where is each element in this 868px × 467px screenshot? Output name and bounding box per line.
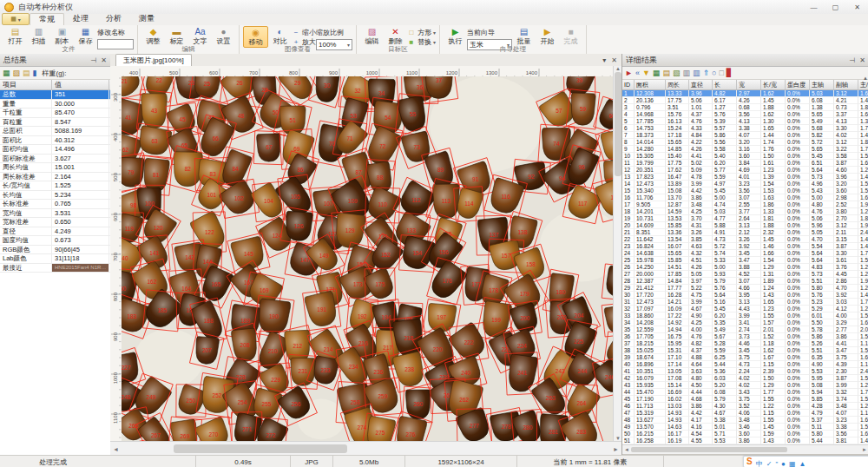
summary-col-item[interactable]: 项目 [0,80,52,89]
printer-blue-icon[interactable]: ▥ [693,69,700,77]
ime-tool-icon[interactable]: ▲ [799,460,806,467]
chevron-down-icon[interactable]: ▾ [433,39,436,45]
tab-menu-icon[interactable]: ▾ [602,56,606,64]
detail-row[interactable]: 3112.47314.213.995.163.131.650.0%5.233.0… [622,299,868,306]
扫描-button[interactable]: ▥扫描 [27,26,50,46]
detail-row[interactable]: 2515.97815.854.515.333.471.540.0%5.643.6… [622,257,868,264]
detail-row[interactable]: 1317.82316.474.785.594.011.390.0%5.733.9… [622,174,868,181]
detail-row[interactable]: 4715.31914.934.424.674.061.150.0%4.794.0… [622,410,868,417]
ime-tool-icon[interactable]: ● [781,460,786,467]
scroll-right-icon[interactable]: ► [610,446,621,452]
tab-close-icon[interactable]: ✕ [611,56,617,64]
summary-row[interactable]: 长/宽均值1.525 [0,181,110,191]
detail-row[interactable]: 4913.57014.634.165.013.461.450.0%5.113.3… [622,424,868,431]
detail-row[interactable]: 1814.20114.594.255.033.771.330.0%4.763.8… [622,208,868,215]
detail-row[interactable]: 5016.21516.174.545.713.601.590.0%5.803.5… [622,431,868,437]
detail-col-header[interactable]: 长/宽 [761,80,786,89]
缩小-button[interactable]: −缩小 [292,28,316,36]
ribbon-tab-1[interactable]: 常规 [30,13,64,25]
detail-row[interactable]: 1015.30515.404.415.403.601.500.0%5.453.5… [622,153,868,160]
detail-row[interactable]: 2921.41217.775.225.764.661.240.0%5.804.7… [622,285,868,292]
detail-row[interactable]: 220.13617.755.066.174.261.450.0%6.084.21… [622,97,868,104]
upload-icon[interactable]: ⇑ [702,69,709,77]
horizontal-scrollbar[interactable]: ◄ ► [110,441,621,456]
summary-row[interactable]: 周长标准差2.164 [0,173,110,182]
summary-row[interactable]: 总面积5088.169 [0,127,110,136]
detail-row[interactable]: 4016.89617.144.645.444.731.150.0%4.904.3… [622,361,868,368]
detail-row[interactable]: 2614.25014.514.265.003.881.290.0%4.833.7… [622,264,868,271]
detail-row[interactable]: 3918.67417.104.886.253.751.670.0%6.353.7… [622,354,868,361]
detail-row[interactable]: 2014.60915.854.315.883.131.880.0%5.963.1… [622,222,868,229]
summary-row[interactable]: 周长均值15.001 [0,163,110,173]
close-icon[interactable]: ✕ [859,56,865,64]
detail-col-header[interactable]: 宽 [737,80,761,89]
detail-col-header[interactable]: 面积 [635,80,666,89]
detail-row[interactable]: 30.7963.511.011.270.681.880.0%1.380.731.… [622,104,868,111]
detail-hscrollbar[interactable]: ◄ ► [622,444,868,454]
close-button[interactable]: ✕ [846,0,868,14]
summary-row[interactable]: 总数351 [0,90,110,100]
summary-row[interactable]: 千粒重85.470 [0,109,110,118]
chevron-down-icon[interactable]: ▾ [433,30,436,36]
detail-hscroll-thumb[interactable] [631,447,787,452]
detail-row[interactable]: 4415.47016.694.446.083.431.770.0%5.943.3… [622,389,868,396]
edit-icon[interactable]: ▨ [13,69,21,77]
ribbon-tab-4[interactable]: 测量 [130,13,163,24]
scroll-left-icon[interactable]: ◄ [110,446,122,452]
detail-row[interactable]: 112.30813.333.964.822.971.620.0%5.033.12… [622,90,868,97]
detail-row[interactable]: 4110.35113.053.635.362.242.390.0%5.532.3… [622,368,868,375]
printer-icon[interactable]: ▥ [682,69,690,77]
detail-row[interactable]: 3718.21515.954.825.284.461.180.0%5.264.4… [622,340,868,347]
undo-icon[interactable]: « [635,69,640,77]
detail-row[interactable]: 4611.71313.033.864.303.521.220.0%4.283.4… [622,403,868,410]
summary-row[interactable]: 宽均值3.531 [0,209,110,219]
detail-row[interactable]: 1412.47313.893.994.973.231.540.0%4.963.2… [622,181,868,187]
保存-button[interactable]: ▦保存 [74,26,97,46]
summary-row[interactable]: 宽标准差0.650 [0,218,110,227]
detail-col-header[interactable]: 直径 [689,80,713,89]
开始-button[interactable]: ▶开始 [536,26,559,46]
summary-col-value[interactable]: 值 [52,80,109,89]
app-menu-button[interactable]: ▦ ▾ [2,13,30,25]
detail-row[interactable]: 2812.38714.843.975.793.071.890.0%5.512.8… [622,278,868,285]
hscroll-thumb[interactable] [174,444,347,453]
detail-col-header[interactable]: 副轴 [834,80,858,89]
执行-button[interactable]: ▶执行 [444,26,467,46]
vscroll-thumb[interactable] [615,72,621,176]
detail-row[interactable]: 5116.25816.194.555.533.861.430.0%5.443.8… [622,437,868,444]
文字-button[interactable]: Aa文字 [188,26,212,46]
pin-icon[interactable]: ⊤ [89,57,97,63]
detail-row[interactable]: 179.50512.873.484.742.551.860.0%4.802.52… [622,201,868,208]
summary-row[interactable]: Lab颜色31|11|18 [0,254,110,264]
excel-icon[interactable]: ▦ [653,69,661,77]
detail-row[interactable]: 3017.72016.284.755.643.951.430.0%5.763.9… [622,292,868,299]
magnifier-icon[interactable]: ○ [712,69,716,77]
detail-col-header[interactable]: 主轴 [810,80,834,89]
detail-row[interactable]: 4517.19016.024.685.793.751.550.0%5.853.7… [622,396,868,403]
summary-row[interactable]: 长均值5.234 [0,191,110,201]
detail-row[interactable]: 1515.34015.084.425.453.561.530.0%5.433.6… [622,187,868,194]
设置-button[interactable]: ●设置 [212,26,235,46]
detail-row[interactable]: 3617.70516.754.765.673.731.520.0%5.863.8… [622,333,868,340]
book-icon[interactable]: ▮ [33,69,37,77]
summary-row[interactable]: 最接近HNE2015Fan4 N1R… [0,264,110,273]
detail-row[interactable]: 4813.62714.934.175.383.481.550.0%5.373.2… [622,417,868,424]
summary-row[interactable]: RGB颜色90|66|45 [0,246,110,255]
detail-col-header[interactable]: 蛋白度 [786,80,810,89]
excel-icon[interactable]: ▦ [3,69,10,77]
调整-button[interactable]: ◆调整 [141,26,165,46]
sogou-logo-icon[interactable]: S [746,457,753,466]
detail-row[interactable]: 1611.70613.703.865.003.071.630.0%5.002.9… [622,194,868,201]
detail-row[interactable]: 517.78516.134.765.394.131.300.0%5.494.13… [622,118,868,125]
scroll-up-icon[interactable]: ▲ [615,66,621,71]
sheet-plus-icon[interactable]: ▧ [673,69,681,77]
detail-row[interactable]: 2414.63815.654.325.743.451.660.0%5.643.3… [622,250,868,257]
maximize-button[interactable]: ▢ [825,0,846,14]
detail-col-header[interactable]: 长 [713,80,737,89]
detail-row[interactable]: 1119.79917.755.026.203.841.610.0%6.513.8… [622,160,868,167]
chart-icon[interactable]: ▊ [727,69,733,77]
detail-row[interactable]: 218.35113.363.264.912.122.320.0%5.052.11… [622,229,868,236]
对比-button[interactable]: ◐对比 [268,26,292,46]
detail-row[interactable]: 1220.35117.625.095.774.691.230.0%5.644.6… [622,167,868,174]
detail-col-header[interactable]: ID [622,80,635,89]
